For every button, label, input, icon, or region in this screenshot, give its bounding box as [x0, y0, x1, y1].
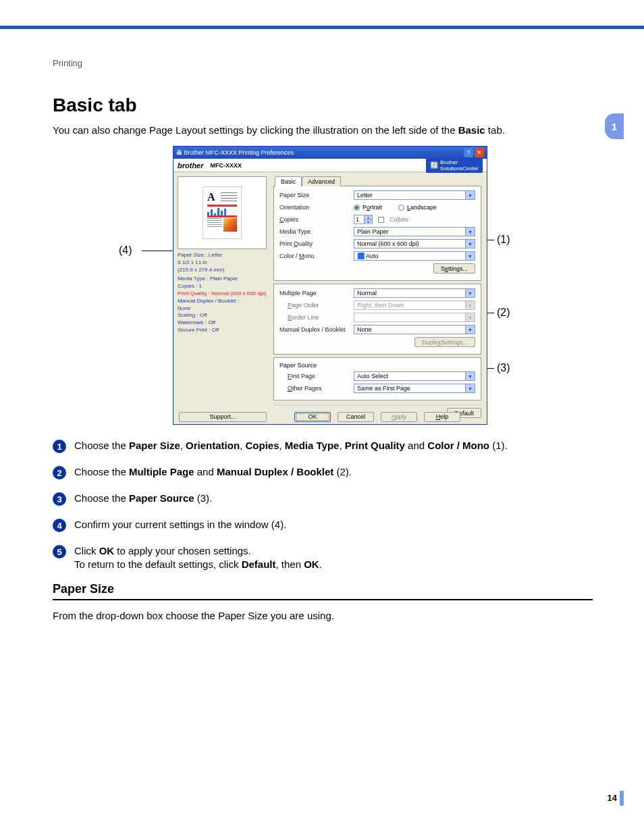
copies-input[interactable]: [354, 215, 364, 224]
step-1: 1 Choose the Paper Size, Orientation, Co…: [53, 439, 593, 453]
orientation-portrait-radio[interactable]: Portrait: [354, 204, 382, 211]
multiple-page-select[interactable]: Normal ▼: [354, 288, 475, 298]
label-border-line: Border Line: [279, 314, 354, 321]
apply-button: Apply: [381, 412, 417, 422]
label-paper-source: Paper Source: [279, 362, 475, 369]
radio-checked-icon: [354, 205, 360, 211]
tab-advanced[interactable]: Advanced: [302, 176, 341, 186]
chevron-down-icon: ▼: [465, 313, 475, 321]
callout-3: (3): [497, 362, 510, 374]
intro-pre: You can also change Page Layout settings…: [53, 124, 458, 136]
callout-4-label: (4): [119, 244, 132, 256]
page-title: Basic tab: [53, 95, 137, 116]
section-header: Printing: [53, 58, 82, 68]
status-print-quality: Print Quality : Normal (600 x 600 dpi): [178, 290, 267, 298]
paper-size-heading: Paper Size: [53, 582, 593, 600]
label-first-page: First Page: [279, 373, 354, 380]
paper-size-body: From the drop-down box choose the Paper …: [53, 610, 593, 621]
callout-2-label: (2): [497, 307, 510, 318]
chevron-down-icon: ▼: [465, 325, 475, 334]
border-line-select: ▼: [354, 313, 475, 322]
chevron-down-icon: ▼: [465, 301, 475, 309]
status-media-type: Media Type : Plain Paper: [178, 276, 267, 283]
other-pages-value: Same as First Page: [357, 385, 410, 392]
dialog-titlebar: 🖶 Brother MFC-XXXX Printing Preferences …: [173, 147, 487, 159]
chevron-down-icon: ▼: [465, 252, 475, 260]
collate-checkbox[interactable]: [378, 217, 384, 223]
cancel-button[interactable]: Cancel: [338, 412, 374, 422]
top-divider: [0, 26, 644, 29]
chevron-down-icon: ▼: [465, 289, 475, 297]
titlebar-help-button[interactable]: ?: [464, 148, 473, 157]
page-preview[interactable]: A: [178, 176, 267, 249]
first-page-select[interactable]: Auto Select ▼: [354, 371, 475, 381]
label-color-mono: Color / Mono: [279, 253, 354, 259]
print-quality-value: Normal (600 x 600 dpi): [357, 240, 419, 247]
color-mono-select[interactable]: 🟦 Auto ▼: [354, 251, 475, 261]
paper-size-select[interactable]: Letter ▼: [354, 190, 475, 200]
status-paper-size: Paper Size : Letter: [178, 252, 267, 259]
step-badge-4: 4: [53, 519, 66, 532]
duplex-settings-button: Duplex Settings...: [414, 337, 475, 347]
instruction-steps: 1 Choose the Paper Size, Orientation, Co…: [53, 439, 593, 584]
chevron-down-icon: ▼: [465, 372, 475, 380]
callout-2: (2): [497, 307, 510, 319]
step-badge-2: 2: [53, 466, 66, 479]
printer-icon: 🖶: [176, 149, 182, 156]
printing-preferences-dialog: 🖶 Brother MFC-XXXX Printing Preferences …: [173, 146, 487, 425]
tab-basic[interactable]: Basic: [275, 176, 302, 186]
callout-4: (4): [119, 244, 132, 257]
print-quality-select[interactable]: Normal (600 x 600 dpi) ▼: [354, 239, 475, 249]
status-copies: Copies : 1: [178, 283, 267, 290]
orientation-landscape-radio[interactable]: Landscape: [398, 204, 437, 211]
dialog-figure: (4) (1) (2) (3) 🖶 Brother MFC-XXXX Print…: [112, 146, 536, 432]
titlebar-close-button[interactable]: ✕: [475, 148, 484, 157]
panel-multiple-page: Multiple Page Normal ▼ Page Order Right,…: [273, 284, 481, 355]
chevron-down-icon: ▼: [364, 220, 372, 224]
help-button[interactable]: Help: [424, 412, 460, 422]
brand-bar: brother MFC-XXXX 🔄 Brother SolutionsCent…: [173, 159, 487, 172]
label-duplex-booklet: Manual Duplex / Booklet: [279, 326, 354, 333]
ok-button[interactable]: OK: [294, 412, 331, 422]
chevron-down-icon: ▼: [465, 228, 475, 236]
dialog-footer: Support... OK Cancel Apply Help: [173, 409, 487, 424]
label-collate: Collate: [390, 216, 408, 223]
label-print-quality: Print Quality: [279, 240, 354, 247]
page-order-value: Right, then Down: [357, 302, 404, 309]
other-pages-select[interactable]: Same as First Page ▼: [354, 384, 475, 393]
copies-spinner[interactable]: ▲▼: [354, 215, 373, 224]
panel-basic-top: Paper Size Letter ▼ Orientation Portrait: [273, 186, 481, 281]
callout-1: (1): [497, 234, 510, 246]
label-other-pages: Other Pages: [279, 385, 354, 392]
callout-3-label: (3): [497, 362, 510, 373]
label-page-order: Page Order: [279, 302, 354, 309]
chapter-tab: 1: [605, 113, 624, 139]
settings-button[interactable]: Settings...: [433, 263, 475, 273]
solutions-center-link[interactable]: 🔄 Brother SolutionsCenter: [426, 158, 483, 173]
color-swatch-icon: 🟦: [357, 253, 365, 259]
step-badge-1: 1: [53, 440, 66, 453]
step-3: 3 Choose the Paper Source (3).: [53, 492, 593, 506]
media-type-value: Plain Paper: [357, 228, 389, 235]
chevron-down-icon: ▼: [465, 191, 475, 199]
intro-post: tab.: [485, 124, 505, 136]
step-4: 4 Confirm your current settings in the w…: [53, 518, 593, 532]
intro-text: You can also change Page Layout settings…: [53, 124, 593, 136]
status-watermark: Watermark : Off: [178, 319, 267, 327]
label-media-type: Media Type: [279, 228, 354, 235]
intro-bold: Basic: [458, 124, 485, 136]
page-number: 14: [608, 793, 617, 803]
step-5: 5 Click OK to apply your chosen settings…: [53, 544, 593, 572]
paper-size-section: Paper Size From the drop-down box choose…: [53, 582, 593, 621]
support-button[interactable]: Support...: [179, 412, 267, 422]
step-badge-3: 3: [53, 492, 66, 506]
model-label: MFC-XXXX: [211, 162, 242, 169]
media-type-select[interactable]: Plain Paper ▼: [354, 227, 475, 236]
duplex-booklet-select[interactable]: None ▼: [354, 325, 475, 334]
chevron-down-icon: ▼: [465, 384, 475, 392]
duplex-booklet-value: None: [357, 326, 372, 333]
step-2: 2 Choose the Multiple Page and Manual Du…: [53, 465, 593, 479]
status-secure-print: Secure Print : Off: [178, 327, 267, 334]
label-copies: Copies: [279, 216, 354, 223]
solutions-label-2: SolutionsCenter: [440, 165, 479, 172]
